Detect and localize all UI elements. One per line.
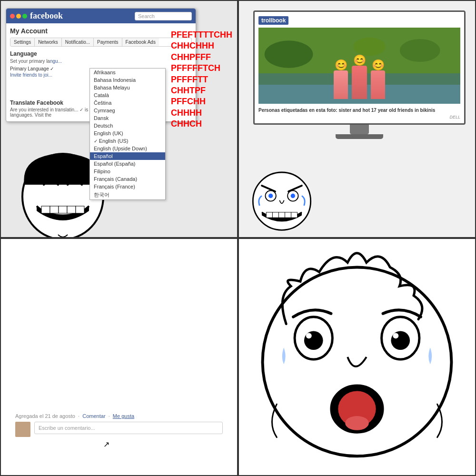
comment-input-box[interactable]: Escribe un comentario...	[34, 422, 223, 434]
account-title: My Account	[10, 27, 192, 35]
monitor-photo: 😊 😊 😊	[258, 28, 460, 104]
language-dropdown[interactable]: Afrikaans Bahasa Indonesia Bahasa Melayu…	[89, 68, 166, 200]
comment-section: Agregada el 21 de agosto · Comentar · Me…	[15, 413, 223, 437]
svg-point-27	[306, 333, 312, 338]
dd-espanol[interactable]: Español	[90, 152, 165, 160]
tab-networks[interactable]: Networks	[35, 38, 62, 46]
tab-settings[interactable]: Settings	[10, 38, 35, 46]
svg-point-17	[268, 194, 273, 198]
dd-dansk[interactable]: Dansk	[90, 114, 165, 122]
dd-deutsch[interactable]: Deutsch	[90, 122, 165, 129]
panel-comment: Agregada el 21 de agosto · Comentar · Me…	[0, 238, 238, 476]
panel-trollbook: trollbook	[238, 0, 476, 238]
tab-notifications[interactable]: Notificatio...	[62, 38, 94, 46]
rage-face-panel2	[248, 166, 315, 232]
facebook-window: facebook Search My Account Settings Netw…	[6, 8, 196, 122]
dd-espanol-spain[interactable]: Español (España)	[90, 160, 165, 168]
svg-rect-21	[278, 212, 285, 218]
svg-rect-20	[272, 212, 278, 218]
dd-francais-fr[interactable]: Français (France)	[90, 183, 165, 190]
dd-english-us[interactable]: English (US)	[90, 137, 165, 145]
fb-tabs: Settings Networks Notificatio... Payment…	[10, 38, 192, 47]
svg-point-10	[353, 38, 386, 56]
svg-rect-5	[76, 206, 84, 213]
svg-point-8	[265, 40, 313, 68]
svg-rect-3	[59, 206, 67, 213]
tab-payments[interactable]: Payments	[94, 38, 122, 46]
svg-rect-2	[50, 206, 59, 213]
fb-titlebar: facebook Search	[6, 9, 196, 23]
maximize-dot	[22, 14, 27, 19]
comment-input-row: Escribe un comentario...	[15, 422, 223, 437]
facebook-logo: facebook	[30, 11, 63, 21]
window-controls	[10, 14, 27, 19]
mouse-cursor: ↗	[103, 440, 109, 449]
monitor-screen: trollbook	[253, 10, 466, 125]
monitor: trollbook	[253, 10, 466, 139]
minimize-dot	[16, 14, 21, 19]
comic-grid: facebook Search My Account Settings Netw…	[0, 0, 476, 476]
laugh-text: PFEFTTTTCHH CHHCHHH CHHPFFF PFFFFFTCH PF…	[171, 30, 232, 130]
svg-rect-19	[266, 212, 272, 218]
dd-bahasa-indo[interactable]: Bahasa Indonesia	[90, 76, 165, 84]
trollbook-label: trollbook	[258, 16, 288, 25]
fb-search[interactable]: Search	[135, 12, 192, 20]
svg-rect-22	[285, 212, 291, 218]
monitor-brand: DELL	[258, 115, 460, 119]
svg-rect-23	[291, 212, 298, 218]
svg-rect-4	[67, 206, 76, 213]
svg-rect-1	[41, 206, 50, 213]
caption-text: sister and hot 17 year old friends in bi…	[338, 108, 435, 113]
omg-face-svg	[239, 239, 475, 475]
svg-point-9	[400, 39, 440, 62]
svg-point-33	[345, 416, 369, 430]
dd-korean[interactable]: 한국어	[90, 190, 165, 199]
svg-point-30	[393, 333, 398, 338]
tab-ads[interactable]: Facebook Ads	[122, 38, 159, 46]
dd-cestina[interactable]: Čeština	[90, 99, 165, 107]
dd-catala[interactable]: Català	[90, 91, 165, 99]
comment-link[interactable]: Comentar	[82, 413, 105, 419]
monitor-stand	[350, 125, 369, 134]
svg-point-18	[291, 194, 295, 198]
meta-date: Agregada el 21 de agosto	[15, 413, 75, 419]
caption-prefix: Personas etiquetadas en esta foto:	[258, 108, 337, 113]
dd-cymraeg[interactable]: Cymraeg	[90, 107, 165, 114]
dd-bahasa-mal[interactable]: Bahasa Melayu	[90, 84, 165, 91]
language-section-title: Language	[10, 50, 192, 57]
like-link[interactable]: Me gusta	[113, 413, 134, 419]
dd-filipino[interactable]: Filipino	[90, 168, 165, 175]
monitor-caption: Personas etiquetadas en esta foto: siste…	[258, 108, 460, 113]
close-dot	[10, 14, 15, 19]
comment-meta: Agregada el 21 de agosto · Comentar · Me…	[15, 413, 223, 419]
dd-afrikaans[interactable]: Afrikaans	[90, 69, 165, 76]
dd-english-uk[interactable]: English (UK)	[90, 129, 165, 137]
language-section-desc: Set your primary langu...	[10, 59, 192, 64]
monitor-base	[336, 134, 383, 139]
dd-english-upside[interactable]: English (Upside Down)	[90, 145, 165, 152]
commenter-avatar	[15, 422, 30, 437]
panel-omg-face	[238, 238, 476, 476]
dd-francais-ca[interactable]: Français (Canada)	[90, 175, 165, 183]
panel-facebook-language: facebook Search My Account Settings Netw…	[0, 0, 238, 238]
